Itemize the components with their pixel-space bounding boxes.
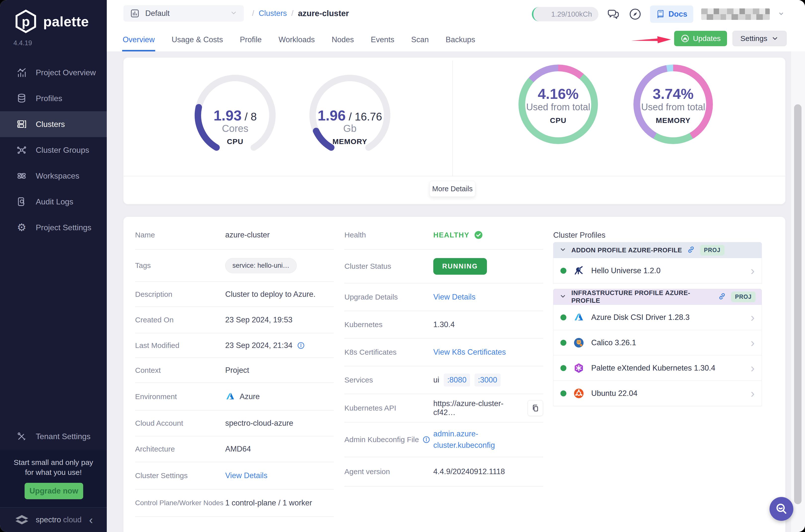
updates-label: Updates (693, 34, 721, 43)
sidebar-item-workspaces[interactable]: Workspaces (0, 163, 107, 189)
breadcrumb-current: azure-cluster (298, 9, 349, 18)
memory-used-value: 1.96 (318, 107, 346, 124)
breadcrumb-link-clusters[interactable]: Clusters (259, 9, 287, 18)
vertical-divider (453, 61, 453, 176)
memory-gauge: 1.96/ 16.76 Gb MEMORY (309, 74, 391, 156)
brand-name: palette (43, 14, 89, 30)
addon-profile-header[interactable]: ADDON PROFILE AZURE-PROFILE PROJ (553, 242, 762, 258)
more-details-button[interactable]: More Details (429, 181, 475, 197)
admin-kubeconfig-link[interactable]: admin.azure-cluster.kubeconfig (433, 428, 495, 451)
chat-icon[interactable] (606, 7, 620, 21)
sidebar-item-profiles[interactable]: Profiles (0, 86, 107, 111)
app-window: p palette 4.4.19 Project Overview Profil… (0, 0, 805, 532)
search-fab-button[interactable] (769, 497, 793, 521)
sidebar-item-audit-logs[interactable]: Audit Logs (0, 189, 107, 214)
upgrade-now-button[interactable]: Upgrade now (24, 483, 83, 499)
row-name: Name azure-cluster (135, 221, 334, 250)
palette-logo-icon: p (14, 10, 38, 33)
sidebar-nav: Project Overview Profiles Clusters Clust… (0, 60, 107, 241)
sidebar-item-label: Project Overview (36, 68, 96, 77)
service-port-8080-link[interactable]: :8080 (444, 374, 470, 386)
details-card: Name azure-cluster Tags service: hello-u… (123, 217, 785, 532)
row-agent-version: Agent version 4.4.9/20240912.1118 (344, 457, 543, 487)
overview-card: 1.93/ 8 Cores CPU 1.96/ 16.76 Gb MEMORY … (123, 58, 785, 204)
kubernetes-api-url: https://azure-cluster-cf42… (433, 399, 523, 417)
profile-row-pxk[interactable]: Palette eXtended Kubernetes 1.30.4 › (553, 356, 762, 381)
profile-row-azure-disk-csi[interactable]: Azure Disk CSI Driver 1.28.3 › (553, 305, 762, 330)
row-upgrade-details: Upgrade Details View Details (344, 283, 543, 311)
page-content: 1.93/ 8 Cores CPU 1.96/ 16.76 Gb MEMORY … (107, 52, 805, 532)
sidebar-item-tenant-settings[interactable]: Tenant Settings (0, 423, 107, 449)
info-icon[interactable] (422, 436, 430, 443)
project-selector[interactable]: Default (123, 5, 244, 22)
tab-events[interactable]: Events (370, 30, 395, 52)
sidebar-item-cluster-groups[interactable]: Cluster Groups (0, 137, 107, 163)
spectro-cloud-logo (14, 513, 30, 527)
tab-overview[interactable]: Overview (122, 30, 155, 52)
calico-icon (573, 337, 585, 349)
docs-button[interactable]: Docs (650, 5, 693, 23)
profile-row-calico[interactable]: Calico 3.26.1 › (553, 330, 762, 356)
sidebar-item-project-overview[interactable]: Project Overview (0, 60, 107, 86)
sidebar-item-clusters[interactable]: Clusters (0, 111, 107, 137)
sidebar-item-project-settings[interactable]: ⚙ Project Settings (0, 214, 107, 241)
chevron-down-icon (771, 35, 779, 42)
row-cluster-settings: Cluster Settings View Details (135, 462, 334, 490)
tab-profile[interactable]: Profile (239, 30, 262, 52)
infrastructure-profile-header[interactable]: INFRASTRUCTURE PROFILE AZURE-PROFILE PRO… (553, 289, 762, 305)
cluster-tabs: Overview Usage & Costs Profile Workloads… (122, 30, 476, 52)
cluster-settings-view-details-link[interactable]: View Details (225, 471, 267, 480)
cpu-percent: 4.16% (518, 86, 598, 102)
tab-nodes[interactable]: Nodes (331, 30, 354, 52)
row-cluster-status: Cluster Status RUNNING (344, 250, 543, 283)
chart-trend-icon (16, 67, 27, 78)
cluster-profiles-title: Cluster Profiles (553, 231, 762, 242)
row-architecture: Architecture AMD64 (135, 436, 334, 462)
palette-extended-kubernetes-icon (573, 362, 585, 374)
chevron-down-icon[interactable] (778, 10, 785, 18)
horizontal-divider (123, 176, 785, 176)
docs-label: Docs (668, 10, 687, 19)
clusters-icon (16, 118, 27, 130)
tab-workloads[interactable]: Workloads (278, 30, 315, 52)
row-environment: Environment Azure (135, 383, 334, 411)
settings-button[interactable]: Settings (732, 31, 787, 46)
sidebar-item-label: Profiles (36, 94, 62, 103)
info-icon[interactable] (297, 342, 305, 349)
upgrade-view-details-link[interactable]: View Details (433, 292, 476, 302)
account-name-blurred[interactable] (701, 8, 770, 20)
proj-badge: PROJ (700, 245, 725, 255)
updates-button[interactable]: Updates (674, 31, 727, 46)
row-health: Health HEALTHY (344, 221, 543, 250)
view-k8s-certificates-link[interactable]: View K8s Certificates (433, 348, 506, 357)
sidebar-item-label: Tenant Settings (36, 432, 91, 441)
vertical-scrollbar (791, 52, 805, 532)
infrastructure-profile-title: INFRASTRUCTURE PROFILE AZURE-PROFILE (571, 289, 713, 304)
topbar: Default / Clusters / azure-cluster 1.29/… (107, 0, 805, 52)
compass-icon[interactable] (628, 7, 642, 21)
tab-usage-costs[interactable]: Usage & Costs (171, 30, 224, 52)
cpu-donut-label: CPU (518, 116, 598, 125)
cpu-unit: Cores (194, 123, 276, 134)
bar-chart-icon (130, 8, 140, 18)
breadcrumb-separator: / (291, 9, 293, 18)
search-smile-icon (775, 502, 788, 515)
row-services: Services ui :8080 :3000 (344, 366, 543, 394)
chevron-down-icon (559, 246, 567, 254)
usage-quota-badge[interactable]: 1.29/100kCh (532, 7, 598, 21)
annotation-arrow (631, 35, 673, 45)
chevron-right-icon: › (751, 311, 754, 323)
status-badge: RUNNING (433, 258, 487, 275)
status-dot (560, 268, 567, 274)
scrollbar-thumb[interactable] (794, 104, 802, 504)
chevron-right-icon: › (751, 265, 754, 277)
tab-backups[interactable]: Backups (445, 30, 476, 52)
row-kubernetes-api: Kubernetes API https://azure-cluster-cf4… (344, 394, 543, 422)
service-port-3000-link[interactable]: :3000 (475, 374, 501, 386)
topbar-right: 1.29/100kCh Docs (532, 5, 785, 23)
profile-row-ubuntu[interactable]: Ubuntu 22.04 › (553, 381, 762, 406)
copy-button[interactable] (528, 400, 543, 416)
tab-scan[interactable]: Scan (411, 30, 429, 52)
collapse-sidebar-icon[interactable]: ‹ (89, 514, 93, 526)
profile-row-hello-universe[interactable]: Hello Universe 1.2.0 › (553, 258, 762, 283)
